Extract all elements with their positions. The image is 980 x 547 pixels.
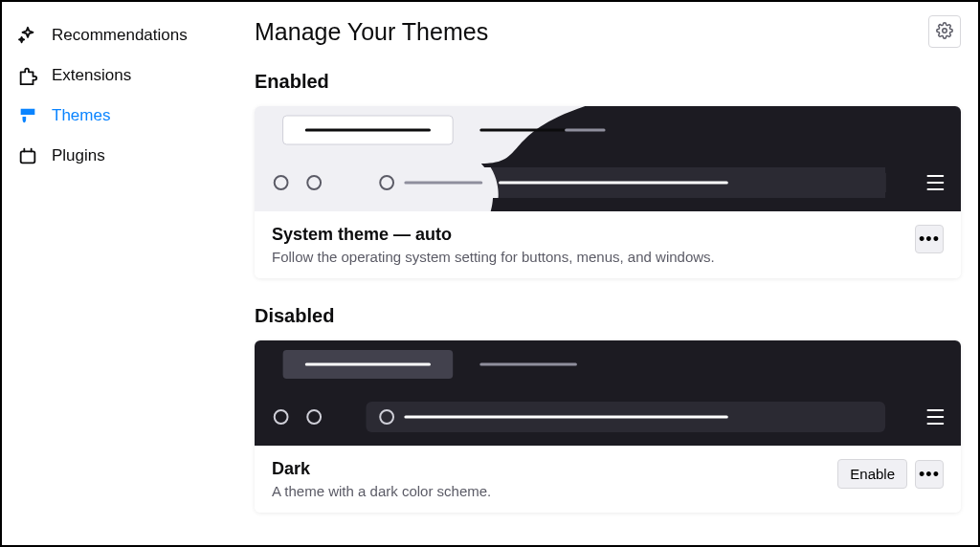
theme-more-button[interactable]: ••• (915, 225, 944, 253)
sidebar-item-extensions[interactable]: Extensions (10, 55, 224, 96)
paintbrush-icon (17, 105, 38, 126)
sidebar-item-recommendations[interactable]: Recommendations (10, 15, 224, 55)
sidebar-item-themes[interactable]: Themes (10, 96, 224, 136)
theme-card-dark: Dark A theme with a dark color scheme. E… (255, 340, 961, 513)
sidebar-item-label: Extensions (52, 66, 131, 85)
theme-description: A theme with a dark color scheme. (272, 483, 491, 499)
sidebar: Recommendations Extensions Themes Plugin… (2, 2, 232, 545)
plugin-icon (17, 145, 38, 166)
gear-icon (936, 22, 953, 42)
svg-point-1 (943, 28, 947, 33)
theme-more-button[interactable]: ••• (915, 460, 944, 489)
enable-button[interactable]: Enable (837, 459, 907, 489)
theme-name: System theme — auto (272, 225, 715, 245)
sparkle-icon (17, 25, 38, 46)
puzzle-icon (17, 65, 38, 86)
theme-name: Dark (272, 459, 491, 479)
svg-rect-0 (21, 151, 35, 163)
theme-preview-dark (255, 340, 961, 446)
sidebar-item-label: Themes (52, 106, 110, 125)
sidebar-item-label: Recommendations (52, 26, 188, 45)
sidebar-item-plugins[interactable]: Plugins (10, 136, 224, 176)
settings-button[interactable] (928, 15, 961, 48)
section-disabled-title: Disabled (255, 305, 961, 327)
main-content: Manage Your Themes Enabled (232, 2, 978, 545)
theme-preview-system (255, 106, 961, 211)
section-enabled-title: Enabled (255, 71, 961, 93)
sidebar-item-label: Plugins (52, 146, 105, 165)
theme-card-system: System theme — auto Follow the operating… (255, 106, 961, 278)
page-title: Manage Your Themes (255, 18, 488, 46)
theme-description: Follow the operating system setting for … (272, 249, 715, 265)
